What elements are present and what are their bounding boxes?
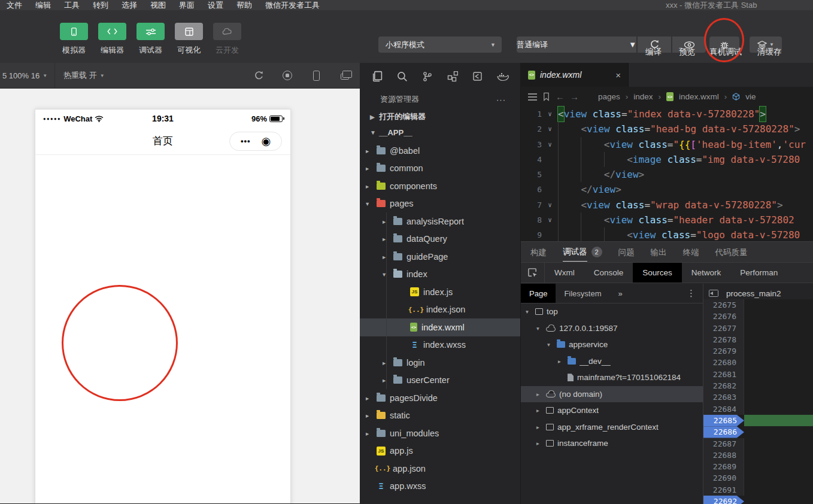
fold-chevron-icon[interactable]: ∨ <box>542 107 558 122</box>
files-icon[interactable] <box>371 70 383 83</box>
breakpoint-marker[interactable]: 22692 <box>703 496 744 504</box>
menu-item-工具[interactable]: 工具 <box>57 0 86 10</box>
chevron-right-icon[interactable]: ▸ <box>383 235 393 242</box>
line-number[interactable]: 22687 <box>703 438 744 450</box>
tree-item-index.json[interactable]: {..}index.json <box>360 301 520 319</box>
menu-item-文件[interactable]: 文件 <box>0 0 29 10</box>
code-line-6[interactable]: 6</view> <box>521 182 813 197</box>
bookmark-icon[interactable] <box>542 92 550 101</box>
docker-icon[interactable] <box>496 70 509 83</box>
line-number[interactable]: 22678 <box>703 334 744 345</box>
inspect-element-icon[interactable] <box>521 263 545 283</box>
sources-tab-»[interactable]: » <box>610 284 631 303</box>
source-tree-item-instanceframe[interactable]: ▸instanceframe <box>521 435 703 452</box>
menu-item-转到[interactable]: 转到 <box>86 0 115 10</box>
section-open-editors[interactable]: ▶ 打开的编辑器 <box>360 109 520 125</box>
tree-item-guidePage[interactable]: ▸guidePage <box>360 248 520 266</box>
stop-record-icon[interactable] <box>282 70 293 81</box>
source-line-22683[interactable]: 22683 <box>703 391 813 403</box>
devtools-tab-Network[interactable]: Network <box>682 263 731 283</box>
source-tree-item-mainframe?t=170151062184[interactable]: mainframe?t=170151062184 <box>521 369 703 386</box>
hot-reload-toggle[interactable]: 热重载 开 ▼ <box>55 70 105 81</box>
compile-select[interactable]: 普通编译 ▼ <box>517 37 636 53</box>
search-icon[interactable] <box>396 70 408 83</box>
git-branch-icon[interactable] <box>421 70 433 83</box>
sources-tab-Filesystem[interactable]: Filesystem <box>556 284 609 303</box>
tree-item-analysisReport[interactable]: ▸analysisReport <box>360 212 520 230</box>
menu-item-视图[interactable]: 视图 <box>144 0 172 10</box>
chevron-right-icon[interactable]: ▸ <box>366 394 377 402</box>
debugger-toggle-button[interactable] <box>136 23 165 40</box>
source-line-22678[interactable]: 22678 <box>703 334 813 345</box>
breakpoint-marker[interactable]: 22685 <box>703 415 744 426</box>
fold-chevron-icon[interactable]: ∨ <box>542 137 558 152</box>
source-line-22676[interactable]: 22676 <box>703 311 813 322</box>
more-dots-icon[interactable]: ••• <box>241 138 251 144</box>
breadcrumb-view-tag[interactable]: vie <box>745 92 756 101</box>
panel-tab-构建[interactable]: 构建 <box>530 242 547 262</box>
chevron-right-icon[interactable]: ▸ <box>366 165 377 172</box>
nav-forward-icon[interactable]: → <box>570 92 579 102</box>
code-line-4[interactable]: 4<image class="img data-v-57280 <box>521 152 813 167</box>
menu-item-界面[interactable]: 界面 <box>172 0 201 10</box>
chevron-down-icon[interactable]: ▾ <box>526 308 535 315</box>
menu-item-帮助[interactable]: 帮助 <box>230 0 259 10</box>
line-number[interactable]: 22681 <box>703 369 744 380</box>
breadcrumb-file[interactable]: index.wxml <box>679 92 719 101</box>
tree-item-index.wxml[interactable]: <>index.wxml <box>360 318 520 336</box>
line-number[interactable]: 22690 <box>703 472 744 484</box>
source-tree-item-__dev__[interactable]: ▸__dev__ <box>521 353 703 370</box>
chevron-right-icon[interactable]: ▸ <box>536 440 546 447</box>
chevron-right-icon[interactable]: ▸ <box>366 430 377 437</box>
chevron-down-icon[interactable]: ▾ <box>366 200 377 207</box>
refresh-icon[interactable] <box>253 70 264 81</box>
chevron-down-icon[interactable]: ▾ <box>536 325 546 332</box>
chevron-right-icon[interactable]: ▸ <box>383 359 393 366</box>
source-tree-item-app_xrframe_renderContext[interactable]: ▸app_xrframe_renderContext <box>521 419 703 436</box>
device-selector[interactable]: 5 100% 16 ▼ <box>0 63 55 88</box>
source-line-22680[interactable]: 22680 <box>703 357 813 368</box>
chevron-right-icon[interactable]: ▸ <box>536 407 546 414</box>
tree-item-dataQuery[interactable]: ▸dataQuery <box>360 230 520 248</box>
capsule-menu[interactable]: ••• ◉ <box>229 132 282 151</box>
code-line-5[interactable]: 5</view> <box>521 167 813 182</box>
fold-chevron-icon[interactable]: ∨ <box>542 212 558 227</box>
chevron-down-icon[interactable]: ▾ <box>383 271 393 278</box>
source-tree-item-appContext[interactable]: ▸appContext <box>521 402 703 419</box>
chevron-right-icon[interactable]: ▸ <box>383 377 393 384</box>
code-line-9[interactable]: 9<view class="logo data-v-57280 <box>521 227 813 242</box>
extensions-icon[interactable] <box>446 70 459 83</box>
source-line-22689[interactable]: 22689 <box>703 461 813 472</box>
panel-tab-调试器[interactable]: 调试器2 <box>563 242 602 262</box>
chevron-right-icon[interactable]: ▸ <box>536 424 546 430</box>
line-number[interactable]: 22684 <box>703 403 744 415</box>
panel-tab-输出[interactable]: 输出 <box>651 242 667 262</box>
tree-item-components[interactable]: ▸components <box>360 177 520 195</box>
chevron-right-icon[interactable]: ▸ <box>383 218 393 225</box>
outline-list-icon[interactable] <box>528 93 537 95</box>
tree-item-pages[interactable]: ▾pages <box>360 195 520 213</box>
source-line-22677[interactable]: 22677 <box>703 323 813 334</box>
chevron-down-icon[interactable]: ▾ <box>547 341 557 348</box>
devtools-tab-Performan[interactable]: Performan <box>730 263 787 283</box>
line-number[interactable]: 22675 <box>703 299 744 311</box>
source-line-22691[interactable]: 22691 <box>703 484 813 496</box>
devtools-tab-Sources[interactable]: Sources <box>633 263 682 283</box>
tree-item-app.wxss[interactable]: Ξapp.wxss <box>360 478 520 496</box>
chevron-right-icon[interactable]: ▸ <box>383 253 393 260</box>
source-line-22688[interactable]: 22688 <box>703 450 813 461</box>
phone-preview[interactable]: 19:31 ●●●●● WeChat 96% 首页 ••• ◉ <box>35 109 291 503</box>
editor-toggle-button[interactable] <box>98 23 126 40</box>
menu-item-选择[interactable]: 选择 <box>115 0 144 10</box>
source-line-22675[interactable]: 22675 <box>703 299 813 311</box>
line-number[interactable]: 22688 <box>703 450 744 461</box>
tree-item-common[interactable]: ▸common <box>360 160 520 178</box>
code-line-8[interactable]: 8∨<view class="header data-v-572802 <box>521 212 813 227</box>
devtools-tab-Wxml[interactable]: Wxml <box>545 263 584 283</box>
tab-index-wxml[interactable]: <> index.wxml × <box>521 63 629 87</box>
source-line-22686[interactable]: 22686 <box>703 426 813 438</box>
tree-item-index.js[interactable]: JSindex.js <box>360 283 520 301</box>
chevron-right-icon[interactable]: ▸ <box>536 391 546 397</box>
tree-item-app.json[interactable]: {..}app.json <box>360 460 520 478</box>
source-line-22687[interactable]: 22687 <box>703 438 813 450</box>
